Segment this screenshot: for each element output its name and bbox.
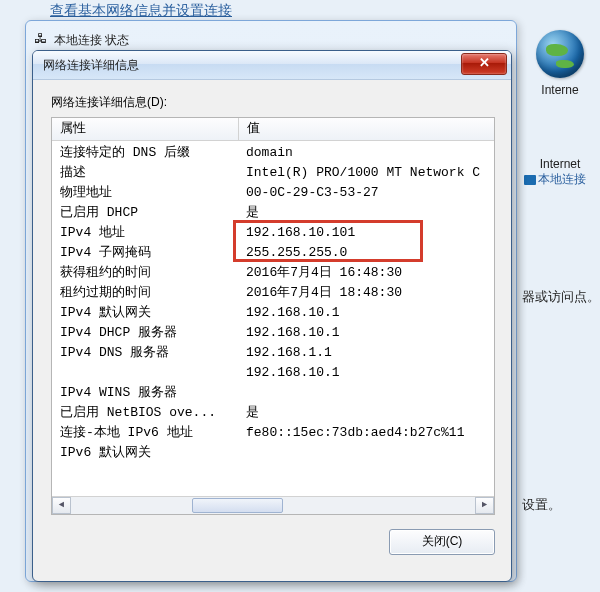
row-property: IPv6 默认网关 <box>52 443 238 463</box>
table-row[interactable]: IPv4 默认网关192.168.10.1 <box>52 303 494 323</box>
partial-text-2: 设置。 <box>520 496 600 514</box>
row-property: IPv4 子网掩码 <box>52 243 238 263</box>
row-property <box>52 363 238 383</box>
row-property: IPv4 默认网关 <box>52 303 238 323</box>
details-titlebar[interactable]: 网络连接详细信息 ✕ <box>33 51 511 80</box>
horizontal-scrollbar[interactable]: ◄ ► <box>52 496 494 514</box>
row-value <box>238 443 494 463</box>
row-value: 192.168.10.1 <box>238 323 494 343</box>
table-row[interactable]: 已启用 DHCP是 <box>52 203 494 223</box>
row-property: 获得租约的时间 <box>52 263 238 283</box>
right-panel: Interne Internet 本地连接 器或访问点。 设置。 <box>520 0 600 592</box>
network-icon <box>34 33 48 47</box>
table-row[interactable]: IPv4 子网掩码255.255.255.0 <box>52 243 494 263</box>
row-property: IPv4 DNS 服务器 <box>52 343 238 363</box>
details-title: 网络连接详细信息 <box>43 57 139 74</box>
status-window-title: 本地连接 状态 <box>54 32 129 49</box>
row-property: 连接-本地 IPv6 地址 <box>52 423 238 443</box>
view-network-info-link[interactable]: 查看基本网络信息并设置连接 <box>50 2 232 20</box>
table-row[interactable]: 连接特定的 DNS 后缀domain <box>52 143 494 163</box>
table-row[interactable]: IPv4 DHCP 服务器192.168.10.1 <box>52 323 494 343</box>
details-dialog: 网络连接详细信息 ✕ 网络连接详细信息(D): 属性 值 连接特定的 DNS 后… <box>32 50 512 582</box>
table-row[interactable]: 描述Intel(R) PRO/1000 MT Network C <box>52 163 494 183</box>
close-icon[interactable]: ✕ <box>461 53 507 75</box>
local-connection-link[interactable]: 本地连接 <box>520 171 600 188</box>
row-value: 192.168.10.1 <box>238 303 494 323</box>
close-button[interactable]: 关闭(C) <box>389 529 495 555</box>
details-listview[interactable]: 属性 值 连接特定的 DNS 后缀domain描述Intel(R) PRO/10… <box>51 117 495 515</box>
row-value: Intel(R) PRO/1000 MT Network C <box>238 163 494 183</box>
table-row[interactable]: 连接-本地 IPv6 地址fe80::15ec:73db:aed4:b27c%1… <box>52 423 494 443</box>
scroll-right-button[interactable]: ► <box>475 497 494 514</box>
row-property: 物理地址 <box>52 183 238 203</box>
table-row[interactable]: IPv4 DNS 服务器192.168.1.1 <box>52 343 494 363</box>
listview-header[interactable]: 属性 值 <box>52 118 494 141</box>
row-value: domain <box>238 143 494 163</box>
scroll-track[interactable] <box>71 497 475 514</box>
row-value: 00-0C-29-C3-53-27 <box>238 183 494 203</box>
row-property: 已启用 NetBIOS ove... <box>52 403 238 423</box>
row-value: 192.168.1.1 <box>238 343 494 363</box>
row-property: 已启用 DHCP <box>52 203 238 223</box>
row-value: fe80::15ec:73db:aed4:b27c%11 <box>238 423 494 443</box>
header-property[interactable]: 属性 <box>52 118 239 140</box>
row-value <box>238 383 494 403</box>
row-property: IPv4 DHCP 服务器 <box>52 323 238 343</box>
internet-label-2: Internet <box>520 157 600 171</box>
row-property: 租约过期的时间 <box>52 283 238 303</box>
table-row[interactable]: 获得租约的时间2016年7月4日 16:48:30 <box>52 263 494 283</box>
details-group-label: 网络连接详细信息(D): <box>51 94 495 111</box>
row-property: IPv4 地址 <box>52 223 238 243</box>
row-value: 是 <box>238 403 494 423</box>
row-value: 是 <box>238 203 494 223</box>
table-row[interactable]: 租约过期的时间2016年7月4日 18:48:30 <box>52 283 494 303</box>
row-value: 2016年7月4日 16:48:30 <box>238 263 494 283</box>
row-value: 192.168.10.1 <box>238 363 494 383</box>
table-row[interactable]: IPv4 地址192.168.10.101 <box>52 223 494 243</box>
row-property: 描述 <box>52 163 238 183</box>
scroll-left-button[interactable]: ◄ <box>52 497 71 514</box>
table-row[interactable]: 已启用 NetBIOS ove...是 <box>52 403 494 423</box>
computer-icon <box>524 175 536 185</box>
globe-icon <box>536 30 584 78</box>
row-value: 192.168.10.101 <box>238 223 494 243</box>
row-property: IPv4 WINS 服务器 <box>52 383 238 403</box>
row-value: 255.255.255.0 <box>238 243 494 263</box>
scroll-thumb[interactable] <box>192 498 283 513</box>
internet-label: Interne <box>520 83 600 97</box>
row-value: 2016年7月4日 18:48:30 <box>238 283 494 303</box>
row-property: 连接特定的 DNS 后缀 <box>52 143 238 163</box>
partial-text-1: 器或访问点。 <box>520 288 600 306</box>
table-row[interactable]: 物理地址00-0C-29-C3-53-27 <box>52 183 494 203</box>
table-row[interactable]: IPv4 WINS 服务器 <box>52 383 494 403</box>
table-row[interactable]: IPv6 默认网关 <box>52 443 494 463</box>
table-row[interactable]: 192.168.10.1 <box>52 363 494 383</box>
header-value[interactable]: 值 <box>239 118 494 140</box>
